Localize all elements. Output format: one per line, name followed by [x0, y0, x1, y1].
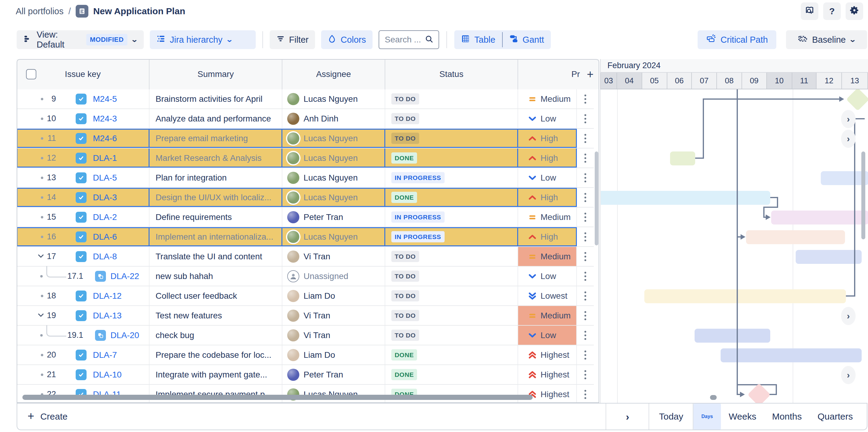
issue-row-DLA-1[interactable]: 12 DLA-1 Market Research & Analysis Luca…	[17, 148, 594, 168]
issue-key-link[interactable]: DLA-20	[111, 330, 139, 340]
summary-cell[interactable]: Test new features	[150, 306, 282, 325]
row-menu-cell[interactable]	[577, 207, 594, 227]
assignee-cell[interactable]: Lucas Nguyen	[282, 129, 385, 148]
summary-cell[interactable]: Translate the UI and content	[150, 247, 282, 266]
column-header-priority[interactable]: Pr	[518, 59, 581, 89]
priority-cell[interactable]: Highest	[518, 365, 577, 384]
summary-cell[interactable]: Design the UI/UX with localiz...	[150, 188, 282, 207]
issue-row-DLA-7[interactable]: 20 DLA-7 Prepare the codebase for loc...…	[17, 345, 594, 365]
zoom-level-quarters[interactable]: Quarters	[810, 411, 861, 422]
issue-row-M24-5[interactable]: 9 M24-5 Brainstorm activities for April …	[17, 89, 594, 109]
issue-key-link[interactable]: DLA-10	[93, 370, 122, 380]
filter-button[interactable]: Filter	[270, 30, 315, 49]
issue-key-link[interactable]: DLA-22	[111, 271, 139, 281]
milestone-diamond-row-22[interactable]	[748, 383, 771, 403]
status-cell[interactable]: DONE	[385, 345, 518, 365]
issue-key-link[interactable]: DLA-7	[93, 350, 117, 360]
row-menu-cell[interactable]	[577, 188, 594, 207]
assignee-cell[interactable]: Liam Do	[282, 345, 385, 365]
assignee-cell[interactable]: Lucas Nguyen	[282, 89, 385, 109]
status-cell[interactable]: IN PROGRESS	[385, 207, 518, 227]
issue-row-DLA-6[interactable]: 16 DLA-6 Implement an internationaliza..…	[17, 227, 594, 247]
gantt-view-button[interactable]: Gantt	[503, 30, 551, 49]
gantt-bar-row-15[interactable]	[771, 210, 868, 225]
issue-row-DLA-5[interactable]: 13 DLA-5 Plan for integration Lucas Nguy…	[17, 168, 594, 188]
priority-cell[interactable]: Highest	[518, 345, 577, 365]
hierarchy-selector-button[interactable]: Jira hierarchy ⌄	[150, 30, 256, 49]
zoom-level-days[interactable]: Days	[693, 404, 721, 430]
assignee-cell[interactable]: Lucas Nguyen	[282, 188, 385, 207]
status-cell[interactable]: TO DO	[385, 109, 518, 128]
priority-cell[interactable]: Medium	[518, 89, 577, 109]
column-header-status[interactable]: Status	[385, 59, 518, 89]
summary-cell[interactable]: Integrate with payment gate...	[150, 365, 282, 384]
issue-key-link[interactable]: M24-5	[93, 94, 117, 104]
priority-cell[interactable]: Medium	[518, 247, 577, 266]
assignee-cell[interactable]: Vi Tran	[282, 306, 385, 325]
issue-key-link[interactable]: DLA-13	[93, 311, 122, 320]
row-menu-cell[interactable]	[577, 267, 594, 286]
assignee-cell[interactable]: Lucas Nguyen	[282, 148, 385, 168]
status-cell[interactable]: IN PROGRESS	[385, 227, 518, 246]
assignee-cell[interactable]: Unassigned	[282, 267, 385, 286]
settings-button[interactable]	[846, 2, 863, 20]
priority-cell[interactable]: Low	[518, 326, 577, 345]
more-options-icon[interactable]	[584, 291, 586, 300]
priority-cell[interactable]: High	[518, 227, 577, 246]
assignee-cell[interactable]: Liam Do	[282, 286, 385, 306]
more-options-icon[interactable]	[584, 134, 586, 143]
status-cell[interactable]: DONE	[385, 188, 518, 207]
assignee-cell[interactable]: Vi Tran	[282, 326, 385, 345]
priority-cell[interactable]: Medium	[518, 306, 577, 325]
add-column-button[interactable]: +	[581, 59, 599, 89]
issue-row-DLA-12[interactable]: 18 DLA-12 Collect user feedback Liam Do …	[17, 286, 594, 306]
row-menu-cell[interactable]	[577, 227, 594, 246]
more-options-icon[interactable]	[584, 311, 586, 320]
row-menu-cell[interactable]	[577, 168, 594, 187]
priority-cell[interactable]: Low	[518, 168, 577, 187]
issue-row-DLA-20[interactable]: 19.1 DLA-20 check bug Vi Tran TO DO Low	[17, 326, 594, 345]
search-input[interactable]	[384, 34, 425, 45]
summary-cell[interactable]: Prepare the codebase for loc...	[150, 345, 282, 365]
status-cell[interactable]: TO DO	[385, 247, 518, 266]
more-options-icon[interactable]	[584, 272, 586, 281]
status-cell[interactable]: TO DO	[385, 286, 518, 306]
assignee-cell[interactable]: Peter Tran	[282, 365, 385, 384]
today-button[interactable]: Today	[649, 404, 693, 430]
zoom-level-months[interactable]: Months	[764, 411, 810, 422]
summary-cell[interactable]: Collect user feedback	[150, 286, 282, 306]
search-field[interactable]	[379, 30, 439, 49]
select-all-checkbox[interactable]	[26, 69, 36, 79]
row-menu-cell[interactable]	[577, 385, 594, 403]
more-options-icon[interactable]	[584, 193, 586, 202]
row-menu-cell[interactable]	[577, 109, 594, 128]
priority-cell[interactable]: Highest	[518, 385, 577, 403]
summary-cell[interactable]: Brainstorm activities for April	[150, 89, 282, 109]
summary-cell[interactable]: Prepare email marketing	[150, 129, 282, 148]
more-options-icon[interactable]	[584, 390, 586, 399]
priority-cell[interactable]: Low	[518, 267, 577, 286]
status-cell[interactable]: DONE	[385, 148, 518, 168]
status-cell[interactable]: TO DO	[385, 306, 518, 325]
help-button[interactable]: ?	[823, 2, 841, 20]
issue-row-DLA-13[interactable]: 19 DLA-13 Test new features Vi Tran TO D…	[17, 306, 594, 326]
row-menu-cell[interactable]	[577, 148, 594, 168]
row-menu-cell[interactable]	[577, 286, 594, 306]
zoom-level-weeks[interactable]: Weeks	[721, 411, 764, 422]
more-options-icon[interactable]	[584, 114, 586, 123]
issue-key-link[interactable]: DLA-3	[93, 193, 117, 202]
more-options-icon[interactable]	[584, 370, 586, 379]
gantt-bar-row-20[interactable]	[721, 348, 862, 362]
more-options-icon[interactable]	[584, 153, 586, 163]
gantt-horizontal-scrollbar[interactable]	[710, 395, 717, 400]
row-menu-cell[interactable]	[577, 345, 594, 365]
column-header-summary[interactable]: Summary	[150, 59, 282, 89]
issue-row-DLA-8[interactable]: 17 DLA-8 Translate the UI and content Vi…	[17, 247, 594, 267]
assignee-cell[interactable]: Lucas Nguyen	[282, 168, 385, 187]
summary-cell[interactable]: Plan for integration	[150, 168, 282, 187]
issue-row-DLA-11[interactable]: 22 DLA-11 Implement secure payment p... …	[17, 385, 594, 403]
gantt-bar-row-14[interactable]	[600, 191, 770, 205]
assignee-cell[interactable]: Lucas Nguyen	[282, 385, 385, 403]
summary-cell[interactable]: Implement an internationaliza...	[150, 227, 282, 246]
summary-cell[interactable]: check bug	[150, 326, 282, 345]
